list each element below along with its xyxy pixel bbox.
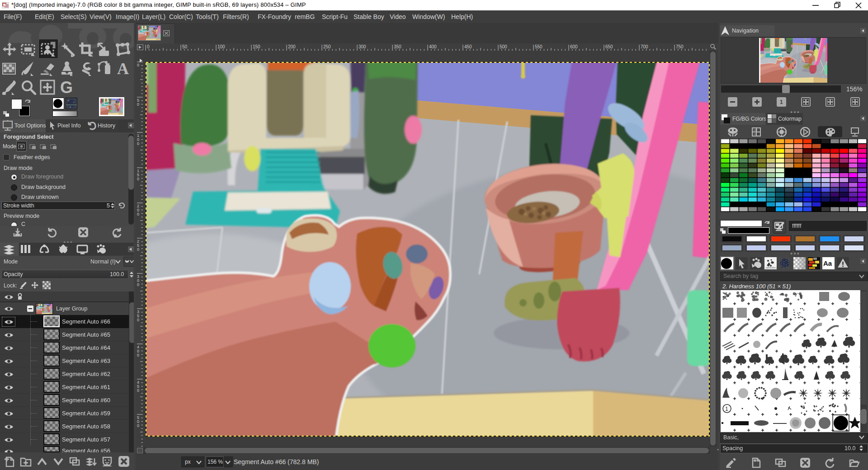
svg-text:350: 350: [394, 44, 401, 49]
svg-text:particules-3: particules-3: [766, 266, 777, 269]
svg-text:0: 0: [137, 212, 139, 216]
svg-text:1: 1: [780, 99, 783, 105]
svg-text:0: 0: [137, 423, 139, 428]
svg-text:500: 500: [500, 44, 507, 49]
svg-text:0: 0: [137, 247, 139, 252]
svg-text:0: 0: [147, 44, 150, 49]
svg-text:700: 700: [641, 44, 648, 49]
svg-text:200: 200: [288, 44, 296, 49]
svg-text:0: 0: [137, 353, 139, 357]
svg-text:CM: CM: [753, 129, 757, 132]
svg-text:0: 0: [137, 177, 139, 181]
svg-text:450: 450: [464, 44, 472, 49]
svg-text:600: 600: [570, 44, 578, 49]
svg-text:250: 250: [323, 44, 331, 49]
svg-text:750: 750: [676, 44, 684, 49]
svg-text:150: 150: [253, 44, 260, 49]
svg-text:400: 400: [429, 44, 437, 49]
svg-text:0: 0: [137, 63, 139, 67]
svg-text:YK: YK: [753, 133, 757, 136]
svg-text:1: 1: [725, 406, 728, 412]
svg-text:550: 550: [535, 44, 542, 49]
svg-text:0: 0: [137, 282, 139, 287]
svg-text:A: A: [117, 61, 129, 76]
svg-text:100: 100: [217, 44, 225, 49]
svg-text:0: 0: [137, 318, 139, 322]
svg-text:300: 300: [359, 44, 366, 49]
svg-text:Aa: Aa: [823, 259, 832, 267]
svg-text:0: 0: [137, 102, 139, 107]
svg-text:50: 50: [182, 44, 188, 49]
svg-text:G: G: [60, 80, 73, 95]
svg-text:650: 650: [605, 44, 613, 49]
svg-text:0: 0: [137, 388, 139, 393]
svg-text:0: 0: [137, 141, 139, 146]
